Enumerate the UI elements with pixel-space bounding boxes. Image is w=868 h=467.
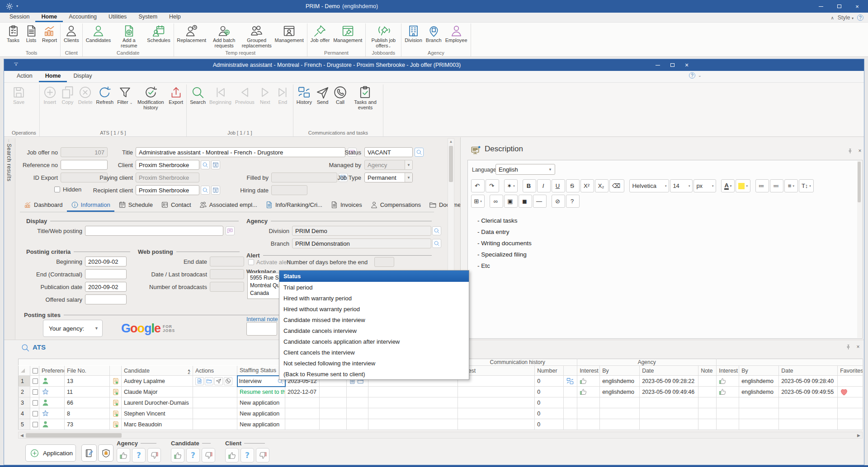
staffing-status-cell[interactable]: New application bbox=[237, 408, 285, 419]
line-height-icon[interactable]: T↕▾ bbox=[799, 179, 814, 192]
video-icon[interactable]: ◼ bbox=[519, 195, 532, 208]
dropdown-item[interactable]: Candidate cancels interview bbox=[279, 325, 469, 336]
favorites-cell[interactable] bbox=[838, 408, 863, 419]
undecided-button[interactable]: ? bbox=[132, 448, 146, 462]
title-web-posting-comment-button[interactable] bbox=[226, 226, 235, 235]
col-favorites[interactable]: Favorites bbox=[838, 366, 863, 376]
row-number[interactable]: 2 bbox=[19, 387, 30, 397]
communication-count-cell[interactable]: 0 bbox=[535, 419, 564, 430]
preference-cell[interactable] bbox=[39, 376, 65, 387]
file-no-cell[interactable]: 8 bbox=[65, 408, 110, 419]
ribbon-button[interactable]: Branch bbox=[424, 23, 443, 45]
ribbon-button[interactable]: Management bbox=[273, 23, 306, 45]
hidden-checkbox[interactable] bbox=[54, 187, 60, 192]
file-no-cell[interactable]: 73 bbox=[65, 419, 110, 430]
ribbon-button[interactable]: Tasks bbox=[4, 23, 22, 45]
agency-interest-cell[interactable] bbox=[577, 408, 600, 419]
division-field[interactable]: PRIM Demo bbox=[292, 226, 431, 236]
preview-resume-button[interactable] bbox=[195, 377, 204, 385]
clear-format-icon[interactable]: ⌫ bbox=[609, 179, 624, 192]
horizontal-rule-icon[interactable]: — bbox=[533, 195, 547, 208]
ats-horizontal-scrollbar[interactable]: ◀ ▶ bbox=[18, 432, 863, 439]
scroll-left-icon[interactable]: ◀ bbox=[19, 433, 25, 438]
row-checkbox-cell[interactable] bbox=[30, 397, 39, 408]
col-date-1[interactable]: Date bbox=[640, 366, 698, 376]
ribbon-button[interactable]: Schedules bbox=[145, 23, 172, 45]
record-subtab[interactable]: Schedule bbox=[114, 199, 157, 212]
by-2-cell[interactable]: englishdemo bbox=[739, 376, 779, 387]
row-checkbox-cell[interactable] bbox=[30, 408, 39, 419]
row-checkbox-cell[interactable] bbox=[30, 419, 39, 430]
minimize-button[interactable] bbox=[812, 0, 830, 13]
pin-panel-icon[interactable] bbox=[844, 343, 852, 350]
col-interest-2[interactable]: Interest bbox=[717, 366, 739, 376]
description-scrollbar[interactable] bbox=[857, 161, 862, 338]
window-ribbon-button[interactable]: Export bbox=[167, 84, 185, 107]
panel-grip[interactable]: ⁞ bbox=[8, 139, 9, 143]
language-select[interactable]: English▼ bbox=[495, 164, 555, 175]
client-field[interactable]: Proxim Sherbrooke bbox=[136, 160, 199, 170]
agency-by-cell[interactable]: englishdemo bbox=[600, 376, 640, 387]
thumbs-up-button[interactable] bbox=[225, 448, 239, 462]
undecided-button[interactable]: ? bbox=[186, 448, 200, 462]
favorites-cell[interactable] bbox=[838, 387, 863, 397]
record-subtab[interactable]: Dashboard bbox=[20, 199, 67, 212]
row-checkbox[interactable] bbox=[33, 411, 38, 416]
window-minimize-button[interactable] bbox=[654, 65, 662, 65]
header-checkbox[interactable] bbox=[30, 366, 39, 376]
col-latest[interactable]: Latest bbox=[458, 366, 535, 376]
font-size-select[interactable]: 14▾ bbox=[670, 179, 693, 192]
agency-interest-cell[interactable] bbox=[577, 397, 600, 408]
row-checkbox[interactable] bbox=[33, 378, 38, 384]
gear-icon[interactable] bbox=[5, 2, 14, 10]
table-row[interactable]: 3 66 Laurent Durocher-Dumais bbox=[19, 397, 863, 408]
superscript-icon[interactable]: X² bbox=[580, 179, 594, 192]
italic-icon[interactable]: I bbox=[537, 179, 551, 192]
window-ribbon-button[interactable]: Modification history bbox=[134, 84, 167, 112]
ribbon-button[interactable]: Candidates bbox=[84, 23, 113, 45]
staffing-status-cell[interactable]: Resume sent to the ... bbox=[237, 387, 285, 397]
ribbon-button[interactable]: Add batch requests bbox=[208, 23, 241, 50]
table-row[interactable]: 4 8 Stephen Vincent bbox=[19, 408, 863, 419]
undo-icon[interactable]: ↶ bbox=[471, 179, 485, 192]
record-subtab[interactable]: Compensations bbox=[366, 199, 425, 212]
window-ribbon-button[interactable]: Beginning bbox=[208, 84, 233, 107]
date-2-cell[interactable] bbox=[779, 408, 838, 419]
window-help-icon[interactable]: ? bbox=[689, 72, 695, 79]
record-subtab[interactable]: Invoices bbox=[326, 199, 366, 212]
agency-by-cell[interactable] bbox=[600, 397, 640, 408]
agency-by-cell[interactable]: englishdemo bbox=[600, 387, 640, 397]
communication-icon-cell[interactable] bbox=[564, 408, 577, 419]
interest-2-cell[interactable] bbox=[717, 376, 739, 387]
menu-item[interactable]: Home bbox=[35, 13, 63, 22]
preference-cell[interactable] bbox=[39, 419, 65, 430]
ribbon-button[interactable]: Replacement bbox=[175, 23, 208, 45]
communication-icon-cell[interactable] bbox=[564, 397, 577, 408]
agency-date-cell[interactable]: 2023-05-09 09:28:22 bbox=[640, 376, 698, 387]
actions-cell[interactable] bbox=[193, 397, 237, 408]
window-ribbon-button[interactable]: Save bbox=[10, 84, 28, 107]
window-ribbon-button[interactable]: Previous bbox=[233, 84, 256, 107]
title-field[interactable]: Administrative assistant - Montreal - Fr… bbox=[136, 147, 345, 157]
dropdown-item[interactable]: Not selected following the interview bbox=[279, 358, 469, 369]
security-button[interactable] bbox=[98, 444, 113, 462]
preference-cell[interactable] bbox=[39, 408, 65, 419]
col-actions[interactable]: Actions bbox=[193, 366, 237, 376]
record-subtab[interactable]: Info/Ranking/Cri... bbox=[261, 199, 326, 212]
favorites-cell[interactable] bbox=[838, 397, 863, 408]
window-ribbon-button[interactable]: Search bbox=[188, 84, 208, 107]
candidate-name-cell[interactable]: Audrey Lapalme bbox=[122, 376, 193, 387]
end-contractual-field[interactable] bbox=[85, 269, 127, 279]
dropdown-item[interactable]: Trial period bbox=[279, 282, 469, 293]
staffing-status-cell[interactable]: New application bbox=[237, 419, 285, 430]
ribbon-button[interactable]: Division bbox=[403, 23, 424, 45]
open-folder-button[interactable] bbox=[205, 377, 213, 385]
communication-count-cell[interactable]: 0 bbox=[535, 376, 564, 387]
close-panel-icon[interactable]: × bbox=[854, 343, 862, 350]
title-web-posting-field[interactable] bbox=[85, 226, 223, 236]
close-panel-icon[interactable]: × bbox=[856, 147, 863, 154]
table-row[interactable]: 2 11 Claude Major bbox=[19, 387, 863, 397]
row-number[interactable]: 1 bbox=[19, 376, 30, 387]
client-open-button[interactable] bbox=[211, 160, 220, 169]
record-subtab[interactable]: Associated empl... bbox=[195, 199, 261, 212]
